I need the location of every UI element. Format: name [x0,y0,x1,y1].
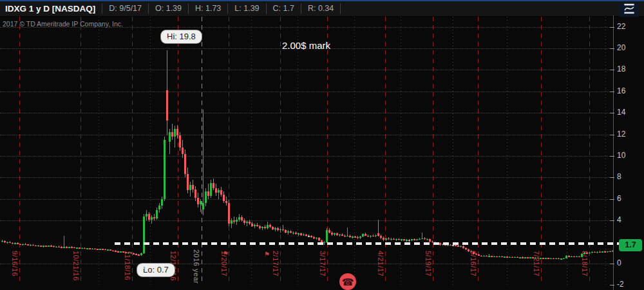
line-curve-icon [622,3,636,17]
candle-body [468,249,469,251]
candle-body [532,257,534,258]
candle-body [187,174,189,190]
candle-body [24,244,26,245]
candle-body [336,233,338,235]
price-axis-label: 6 [617,194,643,203]
ohlc-field: C: 1.7 [266,3,301,14]
candle-body [194,189,196,198]
candle-body [354,237,356,237]
candle-body [341,235,343,236]
candle-body [390,239,392,240]
conference-call-phone-icon[interactable]: ☎ [339,273,356,290]
candle-body [225,201,227,203]
candle-body [4,241,6,243]
candle-body [207,191,209,196]
candle-body [565,256,567,258]
candle-body [176,129,178,135]
price-axis-tick [610,285,614,285]
candle-body [19,244,21,245]
x-axis-date-label: 5/19/17 [424,251,432,276]
symbol-title: IDXG 1 y D [NASDAQ] [0,4,102,14]
candle-body [295,233,297,235]
candle-body [501,256,503,257]
candle-body [272,227,274,229]
candle-body [571,256,573,257]
candle-body [310,236,312,237]
ohlc-readout: D: 9/5/17O: 1.39H: 1.73L: 1.39C: 1.7R: 0… [102,3,341,14]
candle-body [12,243,14,244]
candle-body [529,257,531,258]
candle-body [58,247,60,247]
candle-wick [64,236,64,247]
candle-body [522,257,524,258]
h-gridline [0,177,613,178]
candle-body [365,234,366,236]
candle-body [308,236,310,237]
candle-body [125,252,127,253]
candle-body [524,257,526,258]
candle-body [102,249,104,249]
candle-body [300,233,302,235]
candle-body [573,256,575,257]
chart-style-button[interactable] [620,3,639,17]
h-gridline [0,199,613,200]
candle-body [228,203,230,224]
candle-body [104,249,106,250]
candle-body [527,257,529,258]
price-axis-label: 12 [617,130,643,139]
candle-body [591,252,593,253]
candle-body [17,243,19,244]
candle-body [189,185,191,190]
candle-body [540,258,542,258]
x-axis-date-label: 7/21/17 [533,251,540,276]
candle-body [107,249,109,250]
candle-body [22,244,24,245]
ohlc-field: O: 1.39 [148,3,188,14]
candle-body [506,256,508,257]
candle-body [334,233,336,235]
drawn-price-mark-line[interactable] [115,242,622,245]
h-gridline [0,156,613,157]
candle-body [94,249,96,249]
candle-body [156,210,158,218]
candle-body [462,246,464,248]
candle-body [478,255,480,256]
candle-body [236,220,238,222]
price-axis-tick [610,27,614,28]
candle-body [128,253,129,253]
price-axis-label: 4 [617,215,643,224]
candle-body [380,236,382,238]
candle-body [362,234,364,237]
candle-body [339,235,341,235]
candle-body [483,256,485,256]
candle-body [32,245,34,246]
candle-body [81,248,83,249]
chart-plot-area[interactable]: 9/16/1610/21/1611/18/1612/16/161/20/172/… [0,15,613,290]
candle-body [37,246,39,246]
candle-body [560,258,562,259]
candle-body [256,225,258,226]
h-gridline [0,135,613,135]
high-price-bubble: Hi: 19.8 [161,30,202,43]
candle-body [496,256,498,257]
price-axis-tick [610,199,614,200]
low-price-bubble: Lo: 0.7 [137,264,175,276]
candle-body [261,227,263,228]
earnings-flag-icon[interactable]: ⚑ [223,250,229,257]
candle-body [470,251,472,253]
candle-body [372,236,374,237]
candle-body [290,231,292,233]
candle-body [331,233,333,235]
candle-body [91,249,93,249]
candle-body [504,256,506,257]
candle-body [133,253,135,254]
ohlc-field: D: 9/5/17 [102,3,148,14]
candle-body [558,258,560,259]
h-gridline [0,113,613,113]
candle-wick [283,225,283,231]
candle-body [1,241,3,242]
candle-body [120,251,122,252]
price-axis-label: 18 [617,64,643,73]
earnings-flag-icon[interactable]: ⚑ [264,251,270,258]
h-gridline [0,92,613,92]
